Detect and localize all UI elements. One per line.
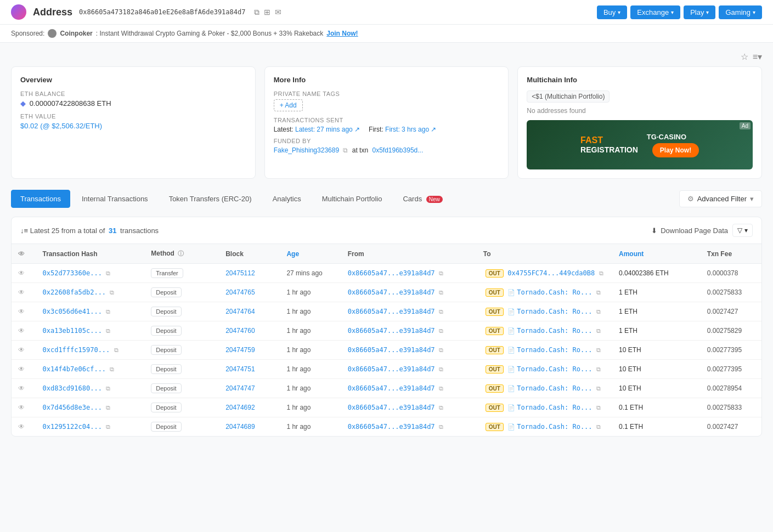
to-address-link[interactable]: Tornado.Cash: Ro... [517,423,592,431]
copy-from-icon[interactable]: ⧉ [439,347,443,353]
tx-hash-link[interactable]: 0x14f4b7e06cf... [42,365,106,373]
copy-hash-icon[interactable]: ⧉ [110,289,114,296]
advanced-filter-button[interactable]: ⚙ Advanced Filter ▾ [679,190,762,207]
to-address-link[interactable]: 0x4755FC74...449cda0B8 [507,269,595,277]
method-info-icon[interactable]: ⓘ [178,250,184,257]
copy-to-icon[interactable]: ⧉ [596,404,601,411]
tx-total-count[interactable]: 31 [109,227,116,235]
buy-button[interactable]: Buy ▾ [597,5,627,19]
row-eye-icon[interactable]: 👁 [18,308,25,315]
from-address-link[interactable]: 0x86605a47...e391a84d7 [348,404,435,411]
block-link[interactable]: 20474751 [225,365,255,373]
to-address-link[interactable]: Tornado.Cash: Ro... [517,308,592,315]
multichain-portfolio-badge[interactable]: <$1 (Multichain Portfolio) [527,90,610,103]
to-address-link[interactable]: Tornado.Cash: Ro... [517,346,592,354]
from-address-link[interactable]: 0x86605a47...e391a84d7 [348,269,435,277]
row-eye-icon[interactable]: 👁 [18,404,25,411]
block-link[interactable]: 20474692 [225,404,255,411]
copy-to-icon[interactable]: ⧉ [599,270,603,276]
sponsored-join-link[interactable]: Join Now! [326,30,358,37]
filter-sort-dropdown[interactable]: ▽ ▾ [732,224,753,237]
to-address-link[interactable]: Tornado.Cash: Ro... [517,384,592,392]
copy-hash-icon[interactable]: ⧉ [114,347,119,353]
block-link[interactable]: 20474759 [225,346,255,354]
block-link[interactable]: 20474689 [225,423,255,431]
tx-hash-link[interactable]: 0x3c056d6e41... [42,308,101,315]
to-address-link[interactable]: Tornado.Cash: Ro... [517,404,592,411]
tab-analytics[interactable]: Analytics [263,190,311,208]
copy-from-icon[interactable]: ⧉ [439,270,443,276]
from-address-link[interactable]: 0x86605a47...e391a84d7 [348,346,435,354]
exchange-button[interactable]: Exchange ▾ [630,5,680,19]
row-eye-icon[interactable]: 👁 [18,346,25,354]
block-link[interactable]: 20474747 [225,384,255,392]
tab-internal-transactions[interactable]: Internal Transactions [72,190,157,208]
row-eye-icon[interactable]: 👁 [18,365,25,373]
from-address-link[interactable]: 0x86605a47...e391a84d7 [348,423,435,431]
copy-from-icon[interactable]: ⧉ [439,385,443,392]
copy-hash-icon[interactable]: ⧉ [106,423,110,430]
tab-token-transfers[interactable]: Token Transfers (ERC-20) [160,190,261,208]
copy-to-icon[interactable]: ⧉ [596,423,601,430]
share-icon[interactable]: ✉ [275,8,281,17]
tx-hash-link[interactable]: 0xd83cd91680... [42,384,101,392]
to-address-link[interactable]: Tornado.Cash: Ro... [517,327,592,335]
block-link[interactable]: 20474765 [225,288,255,296]
copy-from-icon[interactable]: ⧉ [439,366,443,372]
options-menu-icon[interactable]: ≡▾ [753,52,762,62]
block-link[interactable]: 20474764 [225,308,255,315]
block-link[interactable]: 20474760 [225,327,255,335]
from-address-link[interactable]: 0x86605a47...e391a84d7 [348,288,435,296]
copy-funded-icon[interactable]: ⧉ [343,146,348,154]
copy-hash-icon[interactable]: ⧉ [110,366,114,372]
copy-from-icon[interactable]: ⧉ [439,423,443,430]
copy-hash-icon[interactable]: ⧉ [106,270,110,276]
latest-tx-link[interactable]: Latest: 27 mins ago ↗ [295,126,360,133]
funded-by-address[interactable]: Fake_Phishing323689 [274,146,339,154]
copy-to-icon[interactable]: ⧉ [596,308,601,315]
block-link[interactable]: 20475112 [225,269,255,277]
from-address-link[interactable]: 0x86605a47...e391a84d7 [348,308,435,315]
to-address-link[interactable]: Tornado.Cash: Ro... [517,365,592,373]
row-eye-icon[interactable]: 👁 [18,288,25,296]
row-eye-icon[interactable]: 👁 [18,423,25,431]
from-address-link[interactable]: 0x86605a47...e391a84d7 [348,327,435,335]
copy-hash-icon[interactable]: ⧉ [106,385,110,392]
tab-cards[interactable]: Cards New [393,190,452,208]
copy-hash-icon[interactable]: ⧉ [106,404,110,411]
copy-to-icon[interactable]: ⧉ [596,366,601,372]
row-eye-icon[interactable]: 👁 [18,269,25,277]
casino-play-button[interactable]: Play Now! [652,143,699,157]
tab-multichain-portfolio[interactable]: Multichain Portfolio [313,190,392,208]
copy-to-icon[interactable]: ⧉ [596,385,601,392]
from-address-link[interactable]: 0x86605a47...e391a84d7 [348,365,435,373]
add-tag-button[interactable]: + Add [274,99,303,111]
row-eye-icon[interactable]: 👁 [18,327,25,335]
gaming-button[interactable]: Gaming ▾ [719,5,762,19]
row-eye-icon[interactable]: 👁 [18,384,25,392]
copy-to-icon[interactable]: ⧉ [596,347,601,353]
copy-to-icon[interactable]: ⧉ [596,289,601,296]
tx-hash-link[interactable]: 0x1295122c04... [42,423,101,431]
tx-hash-link[interactable]: 0x22608fa5db2... [42,288,106,296]
play-button[interactable]: Play ▾ [684,5,715,19]
from-address-link[interactable]: 0x86605a47...e391a84d7 [348,384,435,392]
qr-icon[interactable]: ⊞ [264,8,270,17]
first-tx-link[interactable]: First: 3 hrs ago ↗ [385,126,436,133]
copy-from-icon[interactable]: ⧉ [439,404,443,411]
copy-from-icon[interactable]: ⧉ [439,289,443,296]
tx-hash-link[interactable]: 0x7d456d8e3e... [42,404,101,411]
tx-hash-link[interactable]: 0x52d773360e... [42,269,101,277]
to-address-link[interactable]: Tornado.Cash: Ro... [517,288,592,296]
copy-to-icon[interactable]: ⧉ [596,327,601,334]
copy-hash-icon[interactable]: ⧉ [106,308,110,315]
copy-address-icon[interactable]: ⧉ [254,8,259,17]
tx-hash-link[interactable]: 0xa13eb1105c... [42,327,101,335]
copy-from-icon[interactable]: ⧉ [439,327,443,334]
tab-transactions[interactable]: Transactions [11,190,70,208]
download-page-data-button[interactable]: ⬇ Download Page Data [651,227,728,235]
favorite-icon[interactable]: ☆ [741,52,748,62]
copy-hash-icon[interactable]: ⧉ [106,327,110,334]
funded-txn-link[interactable]: 0x5fd196b395d... [372,146,423,154]
col-header-age[interactable]: Age [280,244,341,264]
